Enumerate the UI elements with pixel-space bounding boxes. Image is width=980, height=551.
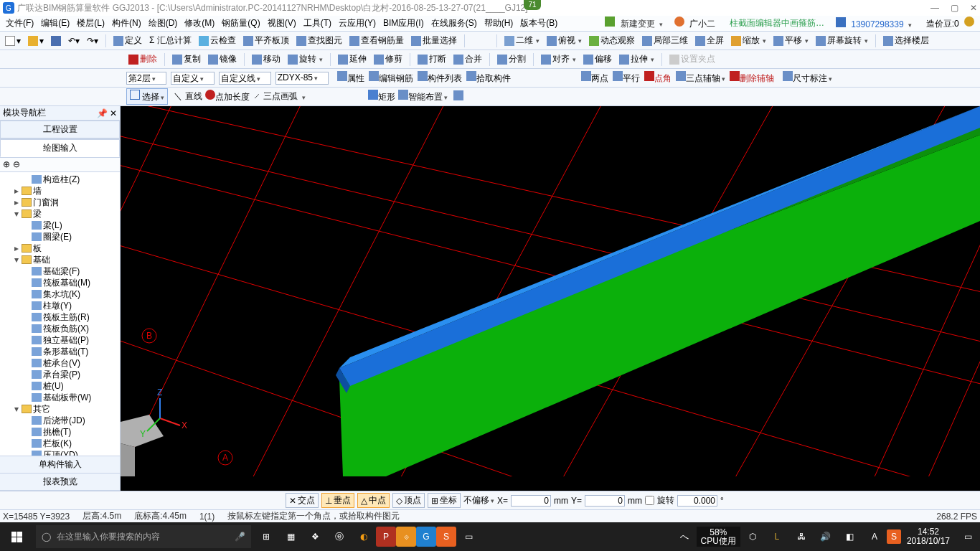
tree-item[interactable]: 筏板基础(M) <box>0 277 120 288</box>
select-floor-button[interactable]: 选择楼层 <box>881 34 931 47</box>
type-select[interactable]: 自定义线 <box>219 72 271 85</box>
edit-rebar-button[interactable]: 编辑钢筋 <box>369 71 413 85</box>
snap-intersection[interactable]: ✕ 交点 <box>286 493 319 508</box>
dimension-button[interactable]: 尺寸标注 <box>783 71 832 85</box>
mic-icon[interactable]: 🎤 <box>235 532 245 542</box>
member-tree[interactable]: 构造柱(Z)▸墙▸门窗洞▾梁梁(L)圈梁(E)▸板▾基础基础梁(F)筏板基础(M… <box>0 172 120 456</box>
sum-button[interactable]: Σ 汇总计算 <box>147 34 194 47</box>
category-select[interactable]: 自定义 <box>171 72 215 85</box>
rotate-input[interactable] <box>677 495 717 507</box>
tree-item[interactable]: ▸板 <box>0 242 120 254</box>
tree-item[interactable]: 基础梁(F) <box>0 265 120 277</box>
minimize-button[interactable]: — <box>930 3 939 13</box>
new-change-button[interactable]: 新建变更 <box>602 15 665 32</box>
zoom-button[interactable]: 缩放 <box>729 34 768 47</box>
tree-item[interactable]: 集水坑(K) <box>0 288 120 300</box>
pick-button[interactable]: 拾取构件 <box>466 71 511 85</box>
open-button[interactable]: ▾ <box>26 35 46 47</box>
tree-item[interactable]: ▸墙 <box>0 185 120 197</box>
app-pdf[interactable]: P <box>376 527 396 547</box>
tree-item[interactable]: 筏板负筋(X) <box>0 323 120 334</box>
tab-single-input[interactable]: 单构件输入 <box>0 456 120 474</box>
tray-up-icon[interactable]: へ <box>672 522 697 551</box>
hint-text[interactable]: 柱截面编辑器中画箍筋… <box>727 16 827 31</box>
select-tool[interactable]: 选择 <box>126 88 168 105</box>
app-4[interactable]: ⟐ <box>396 527 416 547</box>
menu-floor[interactable]: 楼层(L) <box>74 16 108 31</box>
user-button[interactable]: 广小二 <box>672 15 721 32</box>
layer-select[interactable]: 第2层 <box>126 72 166 85</box>
rotate-check[interactable] <box>645 496 654 505</box>
tree-item[interactable]: 基础板带(W) <box>0 392 120 403</box>
maximize-button[interactable]: ▢ <box>951 3 958 13</box>
tray-icon-2[interactable]: L <box>765 522 789 551</box>
three-axis-button[interactable]: 三点辅轴 <box>676 71 725 85</box>
local3d-button[interactable]: 局部三维 <box>640 34 690 47</box>
cloud-check-button[interactable]: 云检查 <box>197 34 238 47</box>
app-ggj[interactable]: G <box>416 527 436 547</box>
tree-item[interactable]: ▾其它 <box>0 403 120 415</box>
parallel-button[interactable]: 平行 <box>613 71 640 85</box>
rotate-screen-button[interactable]: 屏幕旋转 <box>814 34 870 47</box>
cpu-monitor[interactable]: 58%CPU使用 <box>697 527 740 547</box>
offset-mode[interactable]: 不偏移 <box>463 494 494 507</box>
app-5[interactable]: ▭ <box>456 522 481 551</box>
tree-item[interactable]: 构造柱(Z) <box>0 174 120 185</box>
tree-item[interactable]: ▸门窗洞 <box>0 197 120 208</box>
mirror-button[interactable]: 镜像 <box>206 52 239 66</box>
notifications-icon[interactable]: ▭ <box>956 522 980 551</box>
taskview-icon[interactable]: ⊞ <box>254 522 278 551</box>
new-button[interactable]: ▾ <box>3 35 23 47</box>
menu-file[interactable]: 文件(F) <box>3 16 37 31</box>
collapse-icon[interactable]: ⊖ <box>13 159 20 170</box>
tray-sogou-icon[interactable]: S <box>887 529 901 544</box>
tree-item[interactable]: 桩承台(V) <box>0 357 120 369</box>
menu-modify[interactable]: 修改(M) <box>182 16 217 31</box>
app-2[interactable]: ❖ <box>303 522 327 551</box>
tree-item[interactable]: 压顶(YD) <box>0 449 120 456</box>
tree-item[interactable]: 栏板(K) <box>0 438 120 449</box>
2d-button[interactable]: 二维 <box>502 34 542 47</box>
align-button[interactable]: 对齐 <box>539 52 578 66</box>
tray-volume-icon[interactable]: 🔊 <box>814 522 838 551</box>
tray-network-icon[interactable]: 🖧 <box>789 522 814 551</box>
break-button[interactable]: 打断 <box>415 52 448 66</box>
two-point-button[interactable]: 两点 <box>581 71 608 85</box>
point-length-tool[interactable]: 点加长度 <box>205 90 250 103</box>
beans-label[interactable]: 造价豆:0 <box>920 15 977 32</box>
find-button[interactable]: 查找图元 <box>294 34 344 47</box>
phone-button[interactable]: 13907298339 <box>833 16 915 31</box>
app-3[interactable]: ◐ <box>352 522 376 551</box>
start-button[interactable] <box>0 522 33 551</box>
angle-button[interactable]: 点角 <box>644 71 672 85</box>
batch-select-button[interactable]: 批量选择 <box>409 34 459 47</box>
app-1[interactable]: ▦ <box>278 522 303 551</box>
trim-button[interactable]: 修剪 <box>372 52 405 66</box>
undo-button[interactable]: ↶▾ <box>66 35 82 47</box>
tool-extra[interactable] <box>453 90 463 103</box>
menu-draw[interactable]: 绘图(D) <box>146 16 181 31</box>
menu-online[interactable]: 在线服务(S) <box>428 16 480 31</box>
taskbar-clock[interactable]: 14:522018/10/17 <box>901 527 956 546</box>
arc-options[interactable] <box>301 92 365 102</box>
merge-button[interactable]: 合并 <box>451 52 484 66</box>
menu-view[interactable]: 视图(V) <box>265 16 299 31</box>
snap-perpendicular[interactable]: ⊥ 垂点 <box>321 493 354 508</box>
menu-help[interactable]: 帮助(H) <box>481 16 517 31</box>
tree-item[interactable]: ▾基础 <box>0 254 120 265</box>
tab-draw-input[interactable]: 绘图输入 <box>0 139 120 157</box>
delete-button[interactable]: 删除 <box>126 52 159 66</box>
tray-icon-1[interactable]: ⬡ <box>740 522 765 551</box>
line-tool[interactable]: ＼ 直线 <box>174 90 202 103</box>
tree-item[interactable]: 条形基础(T) <box>0 346 120 357</box>
tree-item[interactable]: 柱墩(Y) <box>0 300 120 311</box>
tree-item[interactable]: 后浇带(JD) <box>0 415 120 426</box>
delete-axis-button[interactable]: 删除辅轴 <box>730 71 774 85</box>
pin-icon[interactable]: 📌 ✕ <box>97 108 117 118</box>
pan-button[interactable]: 平移 <box>771 34 811 47</box>
member-list-button[interactable]: 构件列表 <box>418 71 462 85</box>
view-rebar-button[interactable]: 查看钢筋量 <box>347 34 406 47</box>
tree-item[interactable]: 梁(L) <box>0 220 120 231</box>
redo-button[interactable]: ↷▾ <box>85 35 100 47</box>
snap-vertex[interactable]: ◇ 顶点 <box>392 493 425 508</box>
